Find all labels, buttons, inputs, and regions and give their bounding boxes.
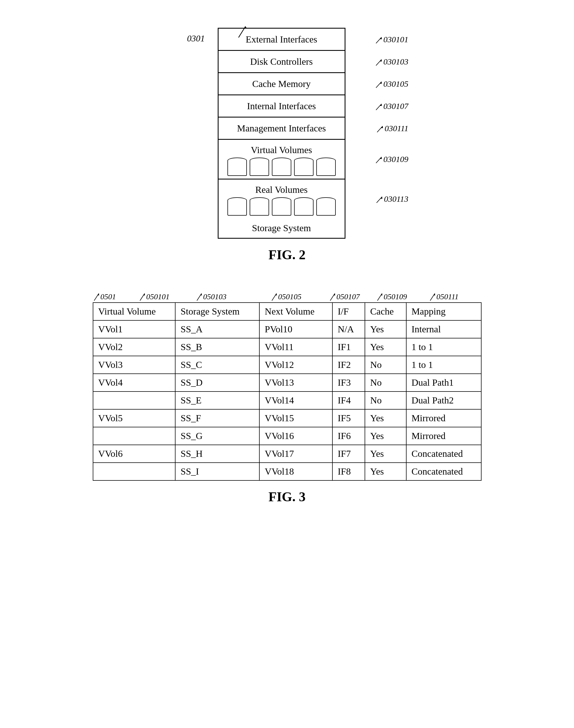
svg-marker-3: [380, 37, 382, 39]
ref-0501: 0501: [93, 292, 116, 301]
cell-cache: Yes: [365, 445, 406, 463]
cell-ss: SS_B: [175, 338, 259, 356]
rv-cylinder-3: [272, 197, 291, 216]
cell-if: IF8: [332, 463, 365, 481]
ref-030107: 030107: [375, 101, 409, 111]
vv-cylinder-5: [316, 158, 336, 176]
cell-vv: VVol3: [93, 356, 175, 374]
cell-ss: SS_C: [175, 356, 259, 374]
svg-marker-13: [380, 157, 382, 159]
cell-mapping: Mirrored: [406, 427, 481, 445]
ref-030111: 030111: [376, 123, 409, 133]
cell-ss: SS_A: [175, 320, 259, 338]
cell-nv: VVol13: [259, 374, 332, 391]
ref-030109: 030109: [375, 154, 409, 164]
cell-mapping: Concatenated: [406, 445, 481, 463]
storage-system-diagram: 0301 External Interfaces 030101 Disk Con…: [190, 28, 384, 239]
col-if: I/F: [332, 303, 365, 320]
vv-cylinder-3: [272, 158, 291, 176]
cell-nv: VVol18: [259, 463, 332, 481]
svg-marker-5: [380, 60, 382, 62]
cell-vv: [93, 463, 175, 481]
table-row: VVol3SS_CVVol12IF2No1 to 1: [93, 356, 481, 374]
svg-marker-19: [143, 294, 145, 295]
cell-nv: PVol10: [259, 320, 332, 338]
table-row: VVol6SS_HVVol17IF7YesConcatenated: [93, 445, 481, 463]
ref-030103: 030103: [375, 57, 409, 66]
fig2-caption: FIG. 2: [22, 247, 552, 262]
cell-vv: VVol1: [93, 320, 175, 338]
svg-marker-25: [333, 294, 335, 295]
table-row: SS_GVVol16IF6YesMirrored: [93, 427, 481, 445]
svg-marker-29: [433, 294, 435, 295]
cell-mapping: Dual Path1: [406, 374, 481, 391]
component-boxes: External Interfaces 030101 Disk Controll…: [218, 28, 345, 239]
cell-cache: Yes: [365, 409, 406, 427]
cell-vv: VVol4: [93, 374, 175, 391]
cell-if: N/A: [332, 320, 365, 338]
cell-vv: [93, 427, 175, 445]
cell-if: IF5: [332, 409, 365, 427]
cell-vv: VVol2: [93, 338, 175, 356]
cell-nv: VVol15: [259, 409, 332, 427]
svg-marker-21: [200, 294, 202, 295]
cell-mapping: Mirrored: [406, 409, 481, 427]
col-cache: Cache: [365, 303, 406, 320]
rv-cylinder-2: [250, 197, 269, 216]
cell-if: IF6: [332, 427, 365, 445]
fig3-table: Virtual Volume Storage System Next Volum…: [93, 302, 482, 481]
cell-cache: Yes: [365, 320, 406, 338]
virtual-cylinders-row: [221, 158, 342, 176]
virtual-volumes-section: Virtual Volumes 030109: [218, 140, 344, 180]
cell-ss: SS_G: [175, 427, 259, 445]
row-management-interfaces: Management Interfaces 030111: [218, 118, 344, 140]
fig3-caption: FIG. 3: [269, 489, 305, 504]
cell-vv: [93, 391, 175, 409]
table-row: VVol4SS_DVVol13IF3NoDual Path1: [93, 374, 481, 391]
cell-ss: SS_D: [175, 374, 259, 391]
cell-cache: Yes: [365, 427, 406, 445]
cell-if: IF2: [332, 356, 365, 374]
col-mapping: Mapping: [406, 303, 481, 320]
ref-030113: 030113: [375, 194, 409, 204]
cell-nv: VVol12: [259, 356, 332, 374]
table-row: VVol2SS_BVVol11IF1Yes1 to 1: [93, 338, 481, 356]
ref-050105: 050105: [271, 292, 301, 301]
cell-cache: Yes: [365, 463, 406, 481]
cell-ss: SS_I: [175, 463, 259, 481]
reference-labels-row: 0501 050101 050103 050105 050107 050109: [93, 279, 482, 301]
fig3-section: 0501 050101 050103 050105 050107 050109: [22, 279, 552, 521]
col-virtual-volume: Virtual Volume: [93, 303, 175, 320]
cell-if: IF3: [332, 374, 365, 391]
cell-mapping: Dual Path2: [406, 391, 481, 409]
svg-marker-7: [380, 82, 382, 84]
vv-cylinder-4: [294, 158, 314, 176]
svg-marker-17: [97, 294, 99, 295]
ref-050111: 050111: [429, 292, 459, 301]
svg-marker-9: [380, 104, 382, 106]
cell-mapping: 1 to 1: [406, 338, 481, 356]
cell-nv: VVol11: [259, 338, 332, 356]
cell-vv: VVol6: [93, 445, 175, 463]
storage-system-label: Storage System: [218, 219, 344, 238]
ref-030101: 030101: [375, 34, 409, 44]
row-cache-memory: Cache Memory 030105: [218, 73, 344, 95]
table-row: SS_IVVol18IF8YesConcatenated: [93, 463, 481, 481]
row-disk-controllers: Disk Controllers 030103: [218, 51, 344, 73]
cell-mapping: 1 to 1: [406, 356, 481, 374]
cell-vv: VVol5: [93, 409, 175, 427]
row-internal-interfaces: Internal Interfaces 030107: [218, 95, 344, 118]
cell-mapping: Internal: [406, 320, 481, 338]
fig3-table-wrapper: 0501 050101 050103 050105 050107 050109: [93, 279, 482, 481]
cell-cache: Yes: [365, 338, 406, 356]
cell-cache: No: [365, 374, 406, 391]
col-storage-system: Storage System: [175, 303, 259, 320]
ref-050109: 050109: [376, 292, 407, 301]
rv-cylinder-4: [294, 197, 314, 216]
svg-marker-15: [380, 197, 382, 199]
ref-050107: 050107: [329, 292, 360, 301]
cell-if: IF1: [332, 338, 365, 356]
svg-marker-23: [275, 294, 277, 295]
row-external-interfaces: External Interfaces 030101: [218, 29, 344, 51]
svg-marker-11: [381, 126, 383, 128]
